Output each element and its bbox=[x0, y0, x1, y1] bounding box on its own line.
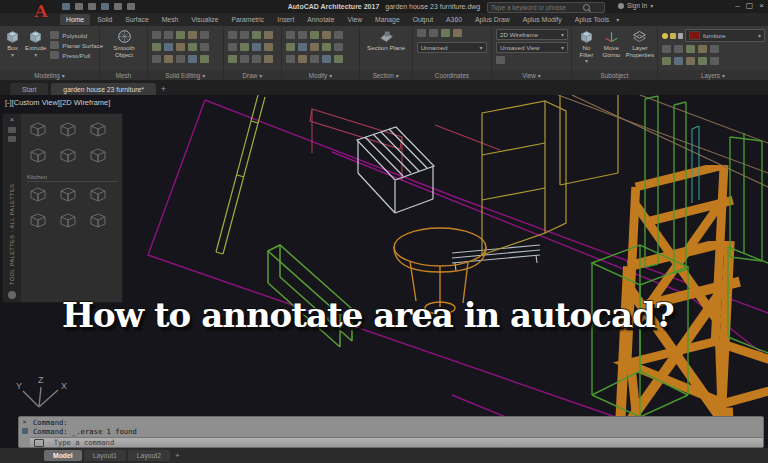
tab-view[interactable]: View bbox=[341, 14, 368, 25]
rotate-icon[interactable] bbox=[298, 31, 307, 39]
polyline-icon[interactable] bbox=[240, 31, 249, 39]
separate-icon[interactable] bbox=[164, 55, 173, 63]
thicken-icon[interactable] bbox=[176, 55, 185, 63]
layer-on-icon[interactable] bbox=[662, 33, 668, 39]
polysolid-button[interactable]: Polysolid bbox=[50, 31, 103, 39]
tab-visualize[interactable]: Visualize bbox=[185, 14, 224, 25]
press-pull-button[interactable]: Press/Pull bbox=[50, 51, 103, 59]
layer-off-icon[interactable] bbox=[710, 45, 719, 53]
erase-icon[interactable] bbox=[322, 43, 331, 51]
search-icon[interactable] bbox=[583, 4, 590, 11]
mirror-icon[interactable] bbox=[334, 31, 343, 39]
palette-tool-wardrobe[interactable] bbox=[57, 120, 79, 138]
panel-label-view[interactable]: View▾ bbox=[492, 70, 571, 80]
maximize-icon[interactable]: ▢ bbox=[746, 1, 754, 11]
tab-manage[interactable]: Manage bbox=[369, 14, 406, 25]
tab-output[interactable]: Output bbox=[407, 14, 439, 25]
layer-unisolate-icon[interactable] bbox=[662, 57, 671, 65]
tab-solid[interactable]: Solid bbox=[91, 14, 118, 25]
palette-tool-fridge[interactable] bbox=[87, 211, 109, 229]
explode-icon[interactable] bbox=[334, 43, 343, 51]
undo-icon[interactable] bbox=[101, 3, 109, 10]
new-icon[interactable] bbox=[62, 3, 70, 10]
gear-icon[interactable] bbox=[8, 291, 16, 299]
move-gizmo-button[interactable]: Move Gizmo bbox=[601, 29, 622, 58]
palette-dock-icon[interactable] bbox=[8, 136, 16, 142]
layer-on-tool-icon[interactable] bbox=[686, 57, 695, 65]
ellipse-icon[interactable] bbox=[240, 43, 249, 51]
layer-freeze-icon[interactable] bbox=[670, 33, 676, 39]
stretch-icon[interactable] bbox=[286, 43, 295, 51]
app-logo[interactable]: A bbox=[28, 1, 54, 24]
panel-label-subobject[interactable]: Subobject bbox=[572, 70, 657, 80]
tab-insert[interactable]: Insert bbox=[271, 14, 300, 25]
palette-tool-counter[interactable] bbox=[27, 185, 49, 203]
offset-icon[interactable] bbox=[286, 55, 295, 63]
palette-tool-column[interactable] bbox=[87, 146, 109, 164]
viewport-config-icon[interactable] bbox=[496, 56, 505, 64]
line-icon[interactable] bbox=[228, 31, 237, 39]
tab-aplus-draw[interactable]: Aplus Draw bbox=[469, 14, 516, 25]
fillet-edge-icon[interactable] bbox=[200, 31, 209, 39]
plot-icon[interactable] bbox=[127, 3, 135, 10]
tab-layout2[interactable]: Layout2 bbox=[128, 450, 170, 461]
tab-aplus-tools[interactable]: Aplus Tools bbox=[569, 14, 616, 25]
hatch-icon[interactable] bbox=[252, 43, 261, 51]
panel-label-modeling[interactable]: Modeling▾ bbox=[0, 70, 99, 80]
clean-icon[interactable] bbox=[200, 55, 209, 63]
ucs-origin-icon[interactable] bbox=[441, 29, 450, 37]
section-plane-button[interactable]: Section Plane bbox=[366, 29, 406, 52]
arc-icon[interactable] bbox=[264, 31, 273, 39]
fillet-icon[interactable] bbox=[298, 55, 307, 63]
planar-surface-button[interactable]: Planar Surface bbox=[50, 41, 103, 49]
layer-lock-tool-icon[interactable] bbox=[698, 57, 707, 65]
taper-face-icon[interactable] bbox=[176, 43, 185, 51]
tab-parametric[interactable]: Parametric bbox=[225, 14, 270, 25]
layer-freeze-tool-icon[interactable] bbox=[698, 45, 707, 53]
array-icon[interactable] bbox=[310, 43, 319, 51]
tab-annotate[interactable]: Annotate bbox=[301, 14, 340, 25]
union-icon[interactable] bbox=[152, 31, 161, 39]
ucs-world-icon[interactable] bbox=[429, 29, 438, 37]
new-drawing-icon[interactable]: + bbox=[161, 83, 166, 95]
chamfer-icon[interactable] bbox=[310, 55, 319, 63]
tab-mesh[interactable]: Mesh bbox=[156, 14, 185, 25]
circle-icon[interactable] bbox=[252, 31, 261, 39]
donut-icon[interactable] bbox=[264, 55, 273, 63]
panel-label-section[interactable]: Section▾ bbox=[360, 70, 412, 80]
layer-match-icon[interactable] bbox=[662, 45, 671, 53]
trim-icon[interactable] bbox=[310, 31, 319, 39]
panel-label-modify[interactable]: Modify▾ bbox=[282, 70, 358, 80]
layer-properties-button[interactable]: Layer Properties bbox=[626, 29, 654, 58]
join-icon[interactable] bbox=[334, 55, 343, 63]
palette-tool-stool[interactable] bbox=[87, 185, 109, 203]
minimize-icon[interactable]: – bbox=[735, 1, 739, 11]
check-icon[interactable] bbox=[152, 55, 161, 63]
tab-a360[interactable]: A360 bbox=[440, 14, 468, 25]
palette-tool-dresser[interactable] bbox=[27, 146, 49, 164]
palette-tool-sink[interactable] bbox=[27, 211, 49, 229]
helix-icon[interactable] bbox=[252, 55, 261, 63]
ribbon-options-icon[interactable]: ▾ bbox=[616, 16, 619, 23]
copy-icon[interactable] bbox=[322, 31, 331, 39]
layer-isolate-icon[interactable] bbox=[686, 45, 695, 53]
move-icon[interactable] bbox=[286, 31, 295, 39]
slice-icon[interactable] bbox=[188, 31, 197, 39]
tab-model[interactable]: Model bbox=[44, 450, 82, 461]
palette-tool-stove[interactable] bbox=[57, 211, 79, 229]
rectangle-icon[interactable] bbox=[228, 43, 237, 51]
command-input[interactable]: ▾ Type a command bbox=[30, 437, 763, 447]
open-icon[interactable] bbox=[75, 3, 83, 10]
new-layout-icon[interactable]: + bbox=[175, 451, 180, 460]
layer-dropdown[interactable]: furniture ▾ bbox=[685, 29, 765, 42]
tab-drawing[interactable]: garden house 23 furniture* bbox=[51, 83, 156, 95]
layer-thaw-icon[interactable] bbox=[674, 57, 683, 65]
extract-edges-icon[interactable] bbox=[188, 43, 197, 51]
named-view-dropdown[interactable]: Unsaved View▾ bbox=[496, 42, 568, 53]
close-icon[interactable]: × bbox=[22, 419, 26, 426]
tab-start[interactable]: Start bbox=[10, 83, 48, 95]
ucs-name-dropdown[interactable]: Unnamed▾ bbox=[417, 42, 487, 53]
viewport-controls[interactable]: [-][Custom View][2D Wireframe] bbox=[5, 98, 110, 107]
palette-tool-tabletop[interactable] bbox=[87, 120, 109, 138]
panel-label-layers[interactable]: Layers▾ bbox=[658, 70, 768, 80]
